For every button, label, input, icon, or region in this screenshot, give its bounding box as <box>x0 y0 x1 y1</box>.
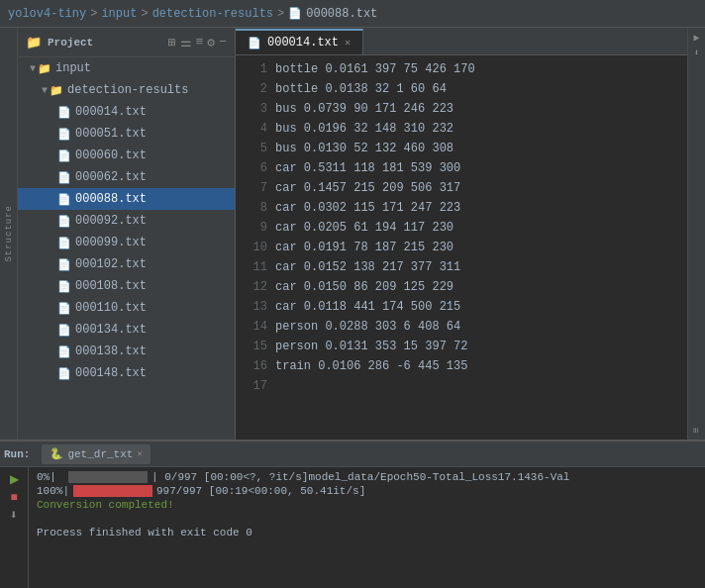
tree-file-000088[interactable]: 📄 000088.txt <box>18 188 235 210</box>
list-icon[interactable]: ≡ <box>196 35 204 50</box>
line-num-15: 15 <box>236 340 275 353</box>
run-output-line-0pct: 0%| | 0/997 [00:00<?, ?it/s]model_data/E… <box>37 471 697 483</box>
layout-icon[interactable]: ⊞ <box>168 35 176 50</box>
line-num-3: 3 <box>236 102 275 116</box>
run-output-blank <box>37 513 697 525</box>
tree-item-detection-results[interactable]: ▼ 📁 detection-results <box>18 79 235 101</box>
file-icon-000088: 📄 <box>57 193 71 206</box>
file-icon-000060: 📄 <box>57 149 71 162</box>
tab-bar: 📄 000014.txt ✕ <box>236 28 687 55</box>
input-label: input <box>55 61 91 75</box>
run-output-area: ▶ ■ ⬇ 0%| | 0/997 [00:00<?, ?it/s]model_… <box>0 467 705 588</box>
file-icon-000099: 📄 <box>57 237 71 249</box>
tab-000014[interactable]: 📄 000014.txt ✕ <box>236 29 363 54</box>
favorites-panel: ▶ ⬇ ≡ <box>687 28 705 440</box>
breadcrumb-project[interactable]: yolov4-tiny <box>8 7 86 21</box>
editor-line-5: 5 bus 0.0130 52 132 460 308 <box>236 139 687 158</box>
detection-arrow: ▼ <box>42 85 48 96</box>
run-label: Run: <box>4 448 30 460</box>
tree-file-000110[interactable]: 📄 000110.txt <box>18 297 235 319</box>
input-folder-icon: 📁 <box>38 62 51 75</box>
line-content-12: car 0.0150 86 209 125 229 <box>275 280 453 294</box>
editor-line-17: 17 <box>236 376 687 396</box>
run-tab-close[interactable]: ✕ <box>137 448 142 459</box>
tab-close-button[interactable]: ✕ <box>345 37 351 49</box>
tree-file-000134[interactable]: 📄 000134.txt <box>18 319 235 341</box>
minus-icon[interactable]: − <box>219 35 227 50</box>
progress-bar-100 <box>73 485 152 497</box>
tree-file-000092[interactable]: 📄 000092.txt <box>18 210 235 232</box>
toolbar-icons: ⊞ ⚌ ≡ ⚙ − <box>168 35 227 50</box>
editor-content[interactable]: 1 bottle 0.0161 397 75 426 170 2 bottle … <box>236 55 687 440</box>
line-content-7: car 0.1457 215 209 506 317 <box>275 181 460 195</box>
breadcrumb-detection[interactable]: detection-results <box>152 7 273 21</box>
line-content-13: car 0.0118 441 174 500 215 <box>275 300 460 314</box>
file-label-000062: 000062.txt <box>75 170 147 184</box>
file-label-000138: 000138.txt <box>75 344 147 358</box>
line-content-14: person 0.0288 303 6 408 64 <box>275 320 460 334</box>
tree-file-000108[interactable]: 📄 000108.txt <box>18 275 235 297</box>
file-label-000110: 000110.txt <box>75 301 147 315</box>
python-icon: 🐍 <box>50 447 63 460</box>
file-label-000134: 000134.txt <box>75 323 147 337</box>
file-label-000099: 000099.txt <box>75 236 147 249</box>
line-num-10: 10 <box>236 241 275 254</box>
file-icon-000148: 📄 <box>57 367 71 380</box>
run-tab-label: get_dr_txt <box>67 448 133 460</box>
tree-file-000138[interactable]: 📄 000138.txt <box>18 341 235 362</box>
align-icon[interactable]: ⚌ <box>180 35 192 50</box>
line-content-11: car 0.0152 138 217 377 311 <box>275 260 460 274</box>
editor-line-2: 2 bottle 0.0138 32 1 60 64 <box>236 79 687 99</box>
finish-text: Process finished with exit code 0 <box>37 527 252 539</box>
line-num-4: 4 <box>236 122 275 136</box>
content-area: Structure 📁 Project ⊞ ⚌ ≡ ⚙ − ▼ <box>0 28 705 440</box>
run-output-line-100pct: 100%| 997/997 [00:19<00:00, 50.41it/s] <box>37 485 697 497</box>
progress-0-label: 0%| <box>37 471 64 483</box>
conversion-text: Conversion completed! <box>37 499 174 511</box>
tree-file-000102[interactable]: 📄 000102.txt <box>18 253 235 275</box>
editor-line-4: 4 bus 0.0196 32 148 310 232 <box>236 119 687 139</box>
tree-file-000062[interactable]: 📄 000062.txt <box>18 166 235 188</box>
line-content-2: bottle 0.0138 32 1 60 64 <box>275 82 447 96</box>
tree-file-000014[interactable]: 📄 000014.txt <box>18 101 235 123</box>
run-stop-button[interactable]: ■ <box>6 489 22 505</box>
breadcrumb-file-icon: 📄 <box>288 7 302 20</box>
tab-label: 000014.txt <box>267 36 339 49</box>
line-num-17: 17 <box>236 379 275 393</box>
editor-line-16: 16 train 0.0106 286 -6 445 135 <box>236 356 687 376</box>
bottom-panel: Run: 🐍 get_dr_txt ✕ ▶ ■ ⬇ 0%| | <box>0 440 705 588</box>
progress-fill-100 <box>73 485 152 497</box>
file-tree: ▼ 📁 input ▼ 📁 detection-results 📄 000014… <box>18 57 235 440</box>
tree-file-000060[interactable]: 📄 000060.txt <box>18 145 235 166</box>
fav-icon-2[interactable]: ⬇ <box>694 48 699 58</box>
fav-icon-1[interactable]: ▶ <box>693 32 699 44</box>
run-tab-get-dr-txt[interactable]: 🐍 get_dr_txt ✕ <box>42 444 150 464</box>
structure-label: Structure <box>4 205 14 262</box>
editor-line-14: 14 person 0.0288 303 6 408 64 <box>236 317 687 337</box>
editor-line-7: 7 car 0.1457 215 209 506 317 <box>236 178 687 198</box>
line-num-14: 14 <box>236 320 275 334</box>
tree-file-000148[interactable]: 📄 000148.txt <box>18 362 235 384</box>
editor-line-6: 6 car 0.5311 118 181 539 300 <box>236 158 687 178</box>
breadcrumb-sep2: > <box>141 7 148 21</box>
line-num-11: 11 <box>236 260 275 274</box>
fav-icon-3[interactable]: ≡ <box>691 427 702 433</box>
line-content-4: bus 0.0196 32 148 310 232 <box>275 122 453 136</box>
file-icon-000014: 📄 <box>57 106 71 119</box>
breadcrumb-input[interactable]: input <box>101 7 137 21</box>
run-tab-bar: Run: 🐍 get_dr_txt ✕ <box>0 441 705 467</box>
detection-label: detection-results <box>67 83 188 97</box>
line-content-16: train 0.0106 286 -6 445 135 <box>275 359 467 373</box>
tree-file-000099[interactable]: 📄 000099.txt <box>18 232 235 253</box>
run-play-button[interactable]: ▶ <box>6 471 22 487</box>
run-scroll-down-button[interactable]: ⬇ <box>6 507 22 523</box>
file-icon-000051: 📄 <box>57 128 71 141</box>
file-icon-000108: 📄 <box>57 280 71 293</box>
tree-item-input[interactable]: ▼ 📁 input <box>18 57 235 79</box>
gear-icon[interactable]: ⚙ <box>207 35 215 50</box>
run-output-conversion: Conversion completed! <box>37 499 697 511</box>
progress-0-text: | 0/997 [00:00<?, ?it/s]model_data/Epoch… <box>151 471 569 483</box>
tree-file-000051[interactable]: 📄 000051.txt <box>18 123 235 145</box>
line-num-5: 5 <box>236 142 275 155</box>
progress-bar-0 <box>68 471 148 483</box>
